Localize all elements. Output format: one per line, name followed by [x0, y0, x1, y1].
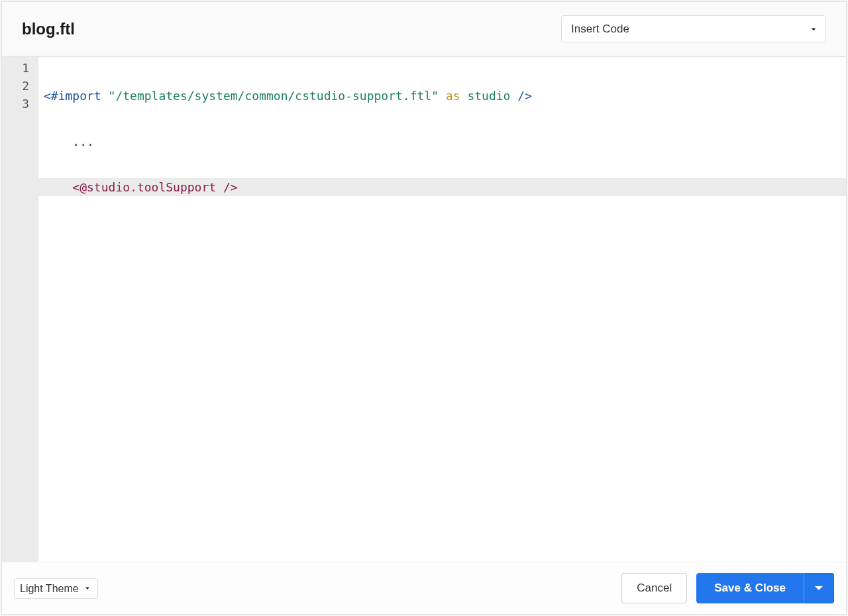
cancel-button[interactable]: Cancel	[621, 573, 687, 603]
line-number-gutter: 1 2 3	[2, 57, 38, 562]
save-close-group: Save & Close	[696, 573, 834, 603]
insert-code-select[interactable]: Insert Code	[561, 15, 826, 42]
footer: Light Theme Cancel Save & Close	[2, 562, 846, 614]
save-close-dropdown-button[interactable]	[804, 573, 834, 603]
editor-window: blog.ftl Insert Code 1 2 3 <#import "/te…	[1, 1, 847, 615]
footer-actions: Cancel Save & Close	[621, 573, 834, 603]
code-line: <@studio.toolSupport />	[38, 178, 846, 196]
save-close-button[interactable]: Save & Close	[696, 573, 804, 603]
code-editor[interactable]: <#import "/templates/system/common/cstud…	[38, 57, 846, 562]
theme-select[interactable]: Light Theme	[14, 578, 98, 599]
editor-body: 1 2 3 <#import "/templates/system/common…	[2, 56, 846, 562]
file-title: blog.ftl	[22, 20, 75, 38]
line-number: 3	[2, 95, 38, 113]
line-number: 2	[2, 77, 38, 95]
chevron-down-icon	[815, 586, 823, 590]
code-line: ...	[38, 132, 846, 150]
code-line: <#import "/templates/system/common/cstud…	[38, 87, 846, 105]
header: blog.ftl Insert Code	[2, 2, 846, 56]
line-number: 1	[2, 59, 38, 77]
